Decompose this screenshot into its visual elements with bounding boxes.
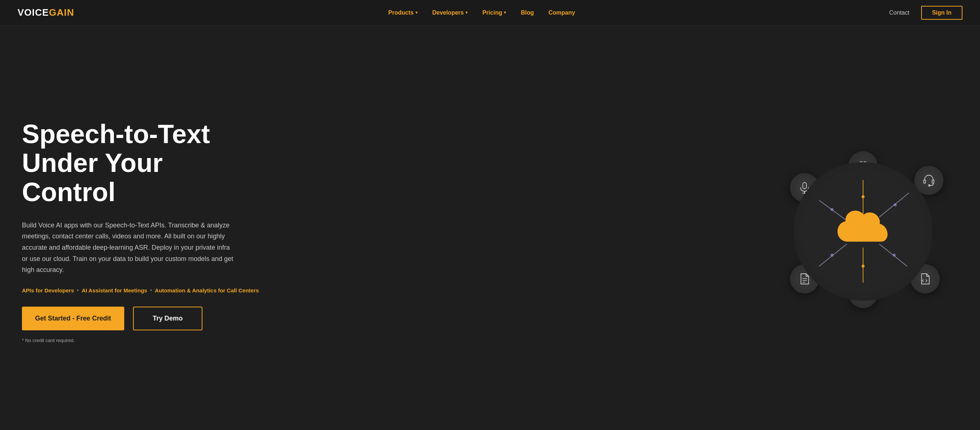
logo-voice: VOICE — [18, 7, 49, 18]
hero-illustration — [768, 136, 958, 326]
nav-developers-label: Developers — [432, 10, 464, 16]
nav-item-pricing[interactable]: Pricing ▾ — [482, 10, 506, 16]
separator-dot-2: • — [150, 287, 152, 293]
chevron-down-icon: ▾ — [466, 10, 468, 15]
hero-link-meetings[interactable]: AI Assistant for Meetings — [81, 287, 147, 294]
hero-description: Build Voice AI apps with our Speech-to-T… — [22, 220, 234, 276]
nav-products-label: Products — [388, 10, 414, 16]
chevron-down-icon: ▾ — [415, 10, 418, 15]
btn-primary-rest: - Free Credit — [70, 315, 111, 322]
logo-gain: GAIN — [49, 7, 74, 18]
nav-item-company[interactable]: Company — [549, 10, 575, 16]
try-demo-button[interactable]: Try Demo — [133, 306, 202, 330]
hero-note: * No credit card required. — [22, 338, 259, 343]
hero-link-apis[interactable]: APIs for Developers — [22, 287, 74, 294]
navbar: VOICEGAIN Products ▾ Developers ▾ Pricin… — [0, 0, 980, 25]
contact-link[interactable]: Contact — [889, 10, 910, 16]
hero-links: APIs for Developers • AI Assistant for M… — [22, 287, 259, 294]
svg-point-19 — [929, 185, 930, 186]
nav-item-products[interactable]: Products ▾ — [388, 10, 418, 16]
btn-primary-bold: Get Started — [35, 315, 70, 322]
hero-title: Speech-to-Text Under Your Control — [22, 120, 259, 206]
chevron-down-icon: ▾ — [504, 10, 506, 15]
illustration-container — [768, 136, 958, 326]
nav-item-blog[interactable]: Blog — [521, 10, 534, 16]
hero-content: Speech-to-Text Under Your Control Build … — [22, 120, 259, 343]
get-started-button[interactable]: Get Started - Free Credit — [22, 306, 124, 330]
hero-buttons: Get Started - Free Credit Try Demo — [22, 306, 259, 330]
hero-title-line2: Under Your Control — [22, 148, 162, 206]
code-icon — [919, 272, 932, 286]
headset-icon — [922, 174, 935, 187]
nav-company-label: Company — [549, 10, 575, 16]
separator-dot-1: • — [77, 287, 79, 293]
nav-menu: Products ▾ Developers ▾ Pricing ▾ Blog C… — [388, 10, 575, 16]
svg-rect-12 — [803, 182, 807, 189]
nav-right: Contact Sign In — [889, 6, 963, 20]
signin-button[interactable]: Sign In — [921, 6, 963, 20]
cloud-icon — [834, 211, 892, 252]
hero-link-callcenters[interactable]: Automation & Analytics for Call Centers — [155, 287, 259, 294]
nav-blog-label: Blog — [521, 10, 534, 16]
nav-pricing-label: Pricing — [482, 10, 502, 16]
logo[interactable]: VOICEGAIN — [18, 7, 74, 18]
hero-title-line1: Speech-to-Text — [22, 119, 210, 149]
hero-section: Speech-to-Text Under Your Control Build … — [0, 25, 980, 430]
nav-item-developers[interactable]: Developers ▾ — [432, 10, 468, 16]
